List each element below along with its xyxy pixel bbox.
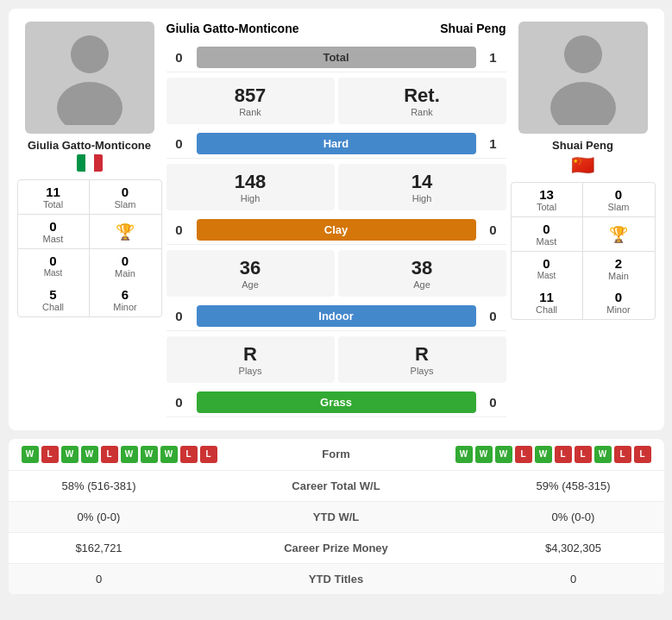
form-badge-left: W (121, 446, 138, 463)
form-badge-right: L (515, 446, 532, 463)
stat-val-right-0: 59% (458-315) (496, 479, 651, 492)
stat-minor-left: 6 Minor (90, 283, 161, 316)
player-right-stats: 13 Total 0 Slam 0 Mast 🏆 0 Mast (511, 182, 656, 320)
form-badge-left: L (200, 446, 217, 463)
clay-row: 0 Clay 0 (166, 216, 506, 245)
hard-score-right: 1 (480, 136, 506, 151)
rank-row: 857 Rank Ret. Rank (166, 76, 506, 126)
indoor-score-left: 0 (166, 309, 192, 323)
stat-label-3: YTD Titles (177, 573, 496, 586)
stat-mast2-left: 0 Mast (18, 249, 90, 283)
form-badge-right: L (575, 446, 592, 463)
left-rank-box: 857 Rank (166, 78, 335, 124)
stat-row-3: 0 YTD Titles 0 (9, 564, 664, 595)
bottom-section: WLWWLWWWLL Form WWWLWLLWLL 58% (516-381)… (9, 439, 664, 595)
form-badges-right: WWWLWLLWLL (455, 446, 651, 463)
stat-label-2: Career Prize Money (177, 542, 496, 554)
player-names-row: Giulia Gatto-Monticone Shuai Peng (166, 22, 506, 41)
stat-val-right-3: 0 (496, 573, 651, 586)
form-badge-right: L (634, 446, 651, 463)
stat-val-left-0: 58% (516-381) (22, 479, 177, 492)
form-badge-left: W (22, 446, 39, 463)
svg-point-3 (550, 82, 616, 125)
bottom-stats: 58% (516-381) Career Total W/L 59% (458-… (9, 471, 664, 595)
stat-row-2: $162,721 Career Prize Money $4,302,305 (9, 533, 664, 564)
svg-point-0 (71, 35, 109, 73)
stat-label-0: Career Total W/L (177, 479, 496, 492)
stat-mast2-right: 0 Mast (512, 252, 583, 285)
player-left-avatar (25, 22, 154, 134)
stat-total-right: 13 Total (512, 183, 583, 217)
player-left: Giulia Gatto-Monticone 11 Total 0 Slam 0 (17, 22, 162, 317)
right-age-box: 38 Age (338, 250, 506, 297)
player-left-flag (77, 154, 103, 172)
stat-slam-right: 0 Slam (583, 183, 655, 217)
hard-row: 0 Hard 1 (166, 129, 506, 159)
player-left-stats: 11 Total 0 Slam 0 Mast 🏆 0 Mast (17, 179, 162, 317)
plays-row: R Plays R Plays (166, 335, 506, 385)
hard-score-left: 0 (166, 136, 192, 151)
player-right-avatar (518, 22, 648, 134)
stat-val-right-1: 0% (0-0) (496, 510, 651, 523)
form-badge-left: W (160, 446, 178, 463)
form-label: Form (322, 448, 350, 460)
grass-score-right: 0 (480, 395, 506, 410)
grass-score-left: 0 (166, 395, 192, 410)
form-badge-right: W (495, 446, 512, 463)
stat-val-left-2: $162,721 (22, 542, 177, 554)
center-player-right-name: Shuai Peng (440, 22, 506, 36)
stat-main-right: 2 Main (583, 252, 655, 285)
svg-point-1 (57, 82, 122, 125)
stat-mast-left: 0 Mast (18, 215, 90, 249)
total-score-left: 0 (166, 50, 192, 65)
stat-val-right-2: $4,302,305 (496, 542, 651, 554)
high-row: 148 High 14 High (166, 162, 506, 212)
total-row: 0 Total 1 (166, 43, 506, 72)
clay-score-left: 0 (166, 222, 192, 237)
indoor-score-right: 0 (480, 309, 506, 323)
indoor-badge: Indoor (197, 305, 476, 327)
form-badge-left: W (141, 446, 158, 463)
stat-slam-left: 0 Slam (90, 180, 161, 215)
stat-row-0: 58% (516-381) Career Total W/L 59% (458-… (9, 471, 664, 502)
center-section: Giulia Gatto-Monticone Shuai Peng 0 Tota… (166, 22, 506, 417)
form-badge-left: W (81, 446, 98, 463)
form-badge-right: L (614, 446, 631, 463)
player-right: Shuai Peng 🇨🇳 13 Total 0 Slam 0 Mast 🏆 (511, 22, 656, 320)
stat-chall-left: 5 Chall (18, 283, 90, 316)
form-badge-right: W (535, 446, 552, 463)
left-plays-box: R Plays (166, 336, 335, 383)
form-row: WLWWLWWWLL Form WWWLWLLWLL (9, 439, 664, 471)
trophy-left: 🏆 (90, 215, 161, 249)
player-left-name: Giulia Gatto-Monticone (28, 139, 151, 152)
stat-label-1: YTD W/L (177, 510, 496, 523)
center-player-left-name: Giulia Gatto-Monticone (166, 22, 299, 36)
player-right-name: Shuai Peng (552, 139, 613, 152)
form-badge-right: W (475, 446, 493, 463)
stat-chall-right: 11 Chall (512, 285, 583, 319)
right-plays-box: R Plays (338, 336, 506, 383)
grass-badge: Grass (197, 391, 476, 413)
total-score-right: 1 (480, 50, 506, 65)
clay-badge: Clay (197, 219, 476, 241)
trophy-right: 🏆 (583, 217, 655, 252)
right-high-box: 14 High (338, 164, 506, 210)
form-badges-left: WLWWLWWWLL (22, 446, 217, 463)
stat-val-left-1: 0% (0-0) (22, 510, 177, 523)
left-high-box: 148 High (166, 164, 335, 210)
right-rank-box: Ret. Rank (338, 78, 506, 124)
svg-point-2 (564, 35, 602, 73)
stat-row-1: 0% (0-0) YTD W/L 0% (0-0) (9, 502, 664, 533)
form-badge-right: W (455, 446, 473, 463)
stat-total-left: 11 Total (18, 180, 90, 215)
form-badge-left: L (180, 446, 198, 463)
form-badge-left: L (101, 446, 118, 463)
hard-badge: Hard (197, 133, 476, 154)
indoor-row: 0 Indoor 0 (166, 302, 506, 331)
grass-row: 0 Grass 0 (166, 388, 506, 417)
stat-val-left-3: 0 (22, 573, 177, 586)
form-badge-left: W (61, 446, 79, 463)
player-right-flag: 🇨🇳 (571, 154, 594, 177)
trophy-icon-right: 🏆 (609, 225, 628, 244)
left-age-box: 36 Age (166, 250, 335, 297)
